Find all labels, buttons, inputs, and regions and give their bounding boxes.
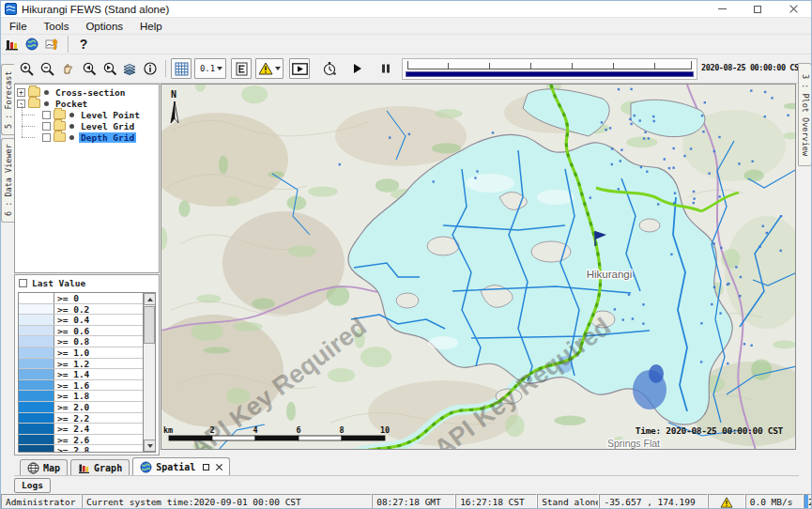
help-button[interactable]: ? [73,34,94,54]
layers-button[interactable] [119,58,140,79]
svg-text:10: 10 [380,425,390,435]
status-memory: 2.5 GB [804,494,812,509]
legend-threshold-label: >= 2.8 [54,445,92,453]
bars-icon [5,38,19,52]
legend-scrollbar[interactable] [143,293,155,452]
timer-icon [322,61,337,76]
status-local-time: 16:27:18 CST [455,494,537,509]
last-value-label: Last Value [32,278,85,288]
scrollbar-thumb[interactable] [144,306,155,344]
legend-color-swatch [19,326,54,336]
scroll-down-button[interactable] [144,440,156,452]
app-icon [5,3,17,15]
timeline-ruler [407,61,692,69]
svg-text:4: 4 [253,425,257,435]
minimize-button[interactable] [704,1,740,17]
map-viewport[interactable]: API Key Required API Key Required Hikura… [161,84,796,450]
grid-icon [175,62,189,76]
bullet-icon [69,113,74,117]
tree-expander-icon[interactable]: + [17,88,25,97]
play-box-icon [292,63,308,75]
legend-button[interactable] [231,58,252,79]
classbreak-scale-button[interactable]: 0.1 [194,58,226,79]
menu-item-options[interactable]: Options [77,19,131,34]
menu-item-help[interactable]: Help [131,19,171,34]
scale-value: 0.1 [200,64,215,73]
folder-icon [54,132,66,142]
tree-expander-icon[interactable] [42,122,51,131]
map-panel-button[interactable] [22,34,42,54]
toolbar-separator [165,60,166,77]
timestep-button[interactable] [319,58,340,79]
maximize-panel-icon[interactable] [203,464,209,470]
tree-item[interactable]: Level Grid [15,120,159,131]
status-warning[interactable] [708,494,745,509]
play-button[interactable] [347,58,368,79]
zoom-in-button[interactable] [16,58,37,79]
toolbar-separator [68,36,69,53]
town-label: Hikurangi [587,269,633,280]
tree-expander-icon[interactable] [42,111,51,119]
tab-graph[interactable]: Graph [70,459,130,475]
tab-plot-overview[interactable]: 3 : Plot Overview [798,63,812,166]
legend-color-swatch [19,315,54,325]
grid-display-button[interactable] [171,58,192,79]
maximize-button[interactable] [740,1,775,17]
menu-item-tools[interactable]: Tools [36,19,78,34]
zoom-previous-button[interactable] [78,58,99,79]
legend-color-swatch [19,304,54,315]
minimize-icon [718,8,727,9]
log-panel-button[interactable] [1,34,22,54]
timeline-slider[interactable] [402,58,697,80]
animation-button[interactable] [289,58,310,79]
legend-threshold-label: >= 2.4 [54,424,92,434]
folder-icon [28,99,40,108]
globe-icon [140,461,152,473]
tree-item[interactable]: Depth Grid [15,131,159,143]
locality-label: Springs Flat [607,438,660,449]
legend-color-swatch [19,293,54,303]
globe-icon [25,38,38,51]
zoom-next-button[interactable] [99,58,119,79]
warning-icon [258,62,273,75]
menu-item-file[interactable]: File [1,19,36,34]
chevron-down-icon [217,67,222,70]
info-button[interactable] [140,58,161,79]
legend-color-swatch [19,359,54,369]
statusbar: Administrator Current system time:2020-0… [1,494,812,509]
legend-color-swatch [19,402,54,412]
status-user: Administrator [1,494,82,509]
spatial-display-button[interactable] [42,34,63,54]
tab-graph-label: Graph [94,463,122,473]
tab-forecast[interactable]: 5 : Forecast [1,64,14,135]
legend-threshold-label: >= 1.0 [54,347,92,358]
pan-button[interactable] [57,58,78,79]
scroll-up-button[interactable] [144,293,156,305]
timeline-range-bar[interactable] [406,71,694,77]
tab-map[interactable]: Map [20,459,68,475]
bullet-icon [44,101,49,106]
status-gmt-time: 08:27:18 GMT [372,494,455,509]
logs-button[interactable]: Logs [14,478,51,493]
pause-button[interactable] [375,58,396,79]
svg-text:N: N [171,89,176,100]
maximize-icon [754,6,761,13]
folder-icon [54,110,66,119]
globe-wire-icon [27,462,39,474]
close-panel-icon[interactable] [215,463,222,470]
folder-icon [28,87,40,97]
tree-expander-icon[interactable] [42,133,51,142]
warnings-button[interactable] [255,58,283,79]
close-button[interactable] [775,1,811,17]
svg-text:km: km [163,425,173,435]
tab-data-viewer[interactable]: 6 : Data Viewer [1,138,14,223]
zoom-out-button[interactable] [37,58,57,79]
map-canvas[interactable]: API Key Required API Key Required Hikura… [161,85,796,450]
last-value-checkbox[interactable] [19,279,27,287]
tree-item[interactable]: - Pocket [15,98,159,109]
legend-color-swatch [19,445,54,453]
tab-spatial[interactable]: Spatial [132,457,230,475]
legend-row: >= 0 [19,293,143,304]
tree-item[interactable]: Level Point [15,109,159,120]
magnifier-minus-icon [39,61,55,77]
